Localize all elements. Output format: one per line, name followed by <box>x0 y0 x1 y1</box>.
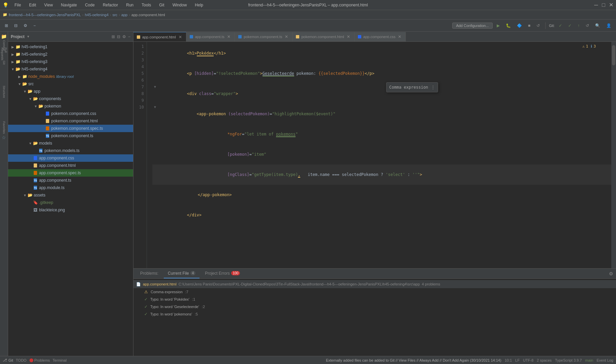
sidebar-icon-favorites[interactable]: Favorites <box>1 124 7 131</box>
menu-navigate[interactable]: Navigate <box>59 2 79 8</box>
terminal-button[interactable]: Terminal <box>53 358 67 362</box>
menu-git[interactable]: Git <box>157 2 166 8</box>
debug-button[interactable]: 🐛 <box>504 23 513 29</box>
menu-tools[interactable]: Tools <box>140 2 153 8</box>
breadcrumb-part-2[interactable]: h45-oefening4 <box>85 13 109 17</box>
code-area[interactable]: <h1>Pokédex</h1> <p [hidden]="!selectedP… <box>147 42 616 268</box>
tab-close-button[interactable]: ✕ <box>397 34 402 39</box>
tree-item-pokemon-models[interactable]: ▶ TS pokemon.models.ts <box>8 147 133 154</box>
toolbar-minus-icon[interactable]: − <box>31 23 38 29</box>
sidebar-icon-review[interactable]: Pull Requests <box>1 51 7 57</box>
git-refresh[interactable]: ↺ <box>584 23 591 29</box>
autocomplete-more-button[interactable]: ⋮ <box>431 84 435 91</box>
tree-item-pokemon-folder[interactable]: ▼ 📂 pokemon <box>8 102 133 110</box>
code-text-1: <h1>Pokédex</h1> <box>158 43 616 63</box>
stop-button[interactable]: ■ <box>526 23 532 29</box>
tree-item-app[interactable]: ▼ 📂 app <box>8 88 133 95</box>
profile-button[interactable]: 👤 <box>604 23 613 29</box>
menu-code[interactable]: Code <box>83 2 97 8</box>
tree-item-app-html[interactable]: ▶ app.component.html <box>8 162 133 169</box>
problems-status-button[interactable]: ⬤ Problems <box>29 358 50 362</box>
sidebar-icon-structure[interactable]: Structure <box>1 88 7 95</box>
status-git-icon[interactable]: ⎇ Git <box>3 358 13 362</box>
tree-item-gitkeep[interactable]: ▶ 🔖 .gitkeep <box>8 199 133 206</box>
tree-item-app-ts[interactable]: ▶ TS app.component.ts <box>8 177 133 184</box>
menu-refactor[interactable]: Refactor <box>101 2 120 8</box>
git-arrow-up[interactable]: ↑ <box>576 23 582 29</box>
tree-item-h45-oefening4[interactable]: ▼ 📂 h45-oefening4 <box>8 65 133 73</box>
close-button[interactable]: ✕ <box>609 3 613 7</box>
fold-indicator-3[interactable]: ▼ <box>152 84 158 90</box>
tab-app-component-ts[interactable]: app.component.ts ✕ <box>186 32 235 41</box>
tree-item-node-modules[interactable]: ▶ 📁 node_modules library root <box>8 73 133 80</box>
tree-item-blackteice[interactable]: ▶ 🖼 blackteice.png <box>8 206 133 214</box>
project-settings-icon[interactable]: ⚙ <box>122 34 126 39</box>
bottom-settings-icon[interactable]: ⚙ <box>609 271 613 276</box>
collapse-all-icon[interactable]: ⊟ <box>117 34 120 39</box>
maximize-button[interactable]: □ <box>601 3 606 7</box>
tree-item-app-spec[interactable]: ▶ app.component.spec.ts <box>8 169 133 177</box>
bottom-tab-current-file[interactable]: Current File 4 <box>164 269 199 278</box>
breadcrumb-part-3[interactable]: src <box>113 13 118 17</box>
sidebar-icon-project[interactable]: 📁 <box>1 33 7 40</box>
minimize-button[interactable]: ─ <box>594 3 598 7</box>
event-log-button[interactable]: Event Log <box>596 358 613 362</box>
menu-file[interactable]: File <box>12 2 23 8</box>
tree-item-pokemon-spec[interactable]: ▶ pokemon.component.spec.ts <box>8 125 133 132</box>
fold-indicator-4[interactable]: ▼ <box>152 104 158 111</box>
tree-item-assets[interactable]: ▼ 📂 assets <box>8 191 133 199</box>
tab-app-component-css[interactable]: app.component.css ✕ <box>355 32 406 41</box>
menu-help[interactable]: Help <box>193 2 205 8</box>
tree-item-src[interactable]: ▼ 📂 src <box>8 80 133 88</box>
code-line-4: ▼ <app-pokemon (selectedPokemon)="highli… <box>152 104 616 124</box>
expand-all-icon[interactable]: ⊞ <box>112 34 115 39</box>
tree-item-pokemon-html[interactable]: ▶ pokemon.component.html <box>8 117 133 125</box>
problem-item-2[interactable]: ✓ Typo: In word 'Pokédex' :1 <box>133 296 616 303</box>
sidebar-icon-git[interactable]: Git <box>1 59 7 66</box>
rerun-button[interactable]: ↺ <box>534 23 542 29</box>
toolbar-collapse-icon[interactable]: ⊟ <box>12 23 20 29</box>
toolbar-settings-icon[interactable]: ⚙ <box>22 23 29 29</box>
tab-close-button[interactable]: ✕ <box>346 34 351 39</box>
coverage-button[interactable]: 🔷 <box>515 23 524 29</box>
run-button[interactable]: ▶ <box>495 23 502 29</box>
tab-app-component-html[interactable]: app.component.html ✕ <box>133 32 186 41</box>
problem-item-4[interactable]: ✓ Typo: In word 'pokemons' :5 <box>133 310 616 318</box>
tree-item-components[interactable]: ▼ 📂 components <box>8 95 133 102</box>
tree-item-h45-oefening1[interactable]: ▶ 📁 h45-oefening1 <box>8 43 133 51</box>
tab-close-button[interactable]: ✕ <box>226 34 231 39</box>
run-config-button[interactable]: Add Configuration... <box>452 23 492 29</box>
toolbar-project-icon[interactable]: ⊞ <box>3 23 10 29</box>
hide-icon[interactable]: − <box>128 34 130 39</box>
tab-close-button[interactable]: ✕ <box>178 35 183 39</box>
breadcrumb-part-1[interactable]: frontend---h4-5---oefeningen-JensPanisPX… <box>9 13 81 17</box>
git-check-1[interactable]: ✓ <box>557 23 564 29</box>
tab-pokemon-component-ts[interactable]: pokemon.component.ts ✕ <box>235 32 292 41</box>
scrollbar[interactable] <box>611 42 616 268</box>
tab-close-button[interactable]: ✕ <box>284 34 289 39</box>
tree-item-h45-oefening2[interactable]: ▶ 📁 h45-oefening2 <box>8 51 133 58</box>
tree-item-pokemon-css[interactable]: ▶ pokemon.component.css <box>8 110 133 117</box>
tree-item-app-css[interactable]: ▶ app.component.css <box>8 154 133 162</box>
search-button[interactable]: 🔍 <box>593 23 602 29</box>
tree-item-app-module[interactable]: ▶ TS app.module.ts <box>8 184 133 191</box>
breadcrumb-part-5[interactable]: app.component.html <box>131 13 165 17</box>
menu-window[interactable]: Window <box>171 2 189 8</box>
breadcrumb-part-4[interactable]: app <box>121 13 127 17</box>
menu-run[interactable]: Run <box>124 2 135 8</box>
tab-pokemon-component-html[interactable]: pokemon.component.html ✕ <box>292 32 355 41</box>
problem-item-1[interactable]: ⚠ Comma expression :7 <box>133 288 616 296</box>
scrollbar-thumb[interactable] <box>612 45 615 65</box>
tree-item-pokemon-ts[interactable]: ▶ TS pokemon.component.ts <box>8 132 133 140</box>
problem-item-3[interactable]: ✓ Typo: In word 'Geselecteerde' :2 <box>133 303 616 310</box>
editor-content[interactable]: 1 2 3 4 5 6 7 8 9 10 <h1>Pokédex</h1> <box>133 42 616 268</box>
git-check-2[interactable]: ✓ <box>566 23 574 29</box>
sidebar-icon-star[interactable]: ☆ <box>1 134 7 141</box>
menu-edit[interactable]: Edit <box>27 2 38 8</box>
project-dropdown[interactable]: ▾ <box>27 34 29 39</box>
tree-item-h45-oefening3[interactable]: ▶ 📁 h45-oefening3 <box>8 58 133 65</box>
bottom-tab-project-errors[interactable]: Project Errors 100 <box>201 269 244 278</box>
todo-button[interactable]: TODO <box>16 358 27 362</box>
tree-item-models[interactable]: ▼ 📂 models <box>8 140 133 147</box>
menu-view[interactable]: View <box>42 2 55 8</box>
